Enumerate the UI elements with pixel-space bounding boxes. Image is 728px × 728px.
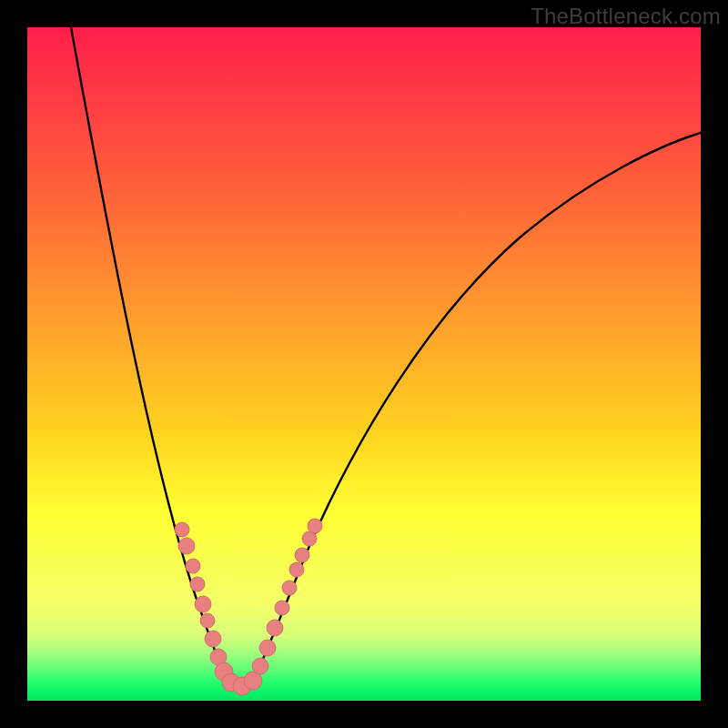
gradient-background <box>27 27 701 701</box>
plot-svg <box>27 27 701 701</box>
marker-4 <box>195 596 211 612</box>
stage: TheBottleneck.com <box>0 0 728 728</box>
marker-20 <box>308 519 322 533</box>
marker-2 <box>186 559 200 573</box>
marker-16 <box>282 581 297 595</box>
marker-0 <box>175 522 189 537</box>
marker-15 <box>275 601 289 615</box>
marker-12 <box>252 658 268 674</box>
marker-1 <box>178 538 195 554</box>
watermark-text: TheBottleneck.com <box>531 4 721 29</box>
marker-3 <box>190 577 205 592</box>
marker-13 <box>259 640 276 656</box>
marker-18 <box>295 548 309 562</box>
marker-14 <box>267 620 283 636</box>
marker-6 <box>205 631 221 647</box>
marker-17 <box>289 562 304 577</box>
plot-area <box>27 27 701 701</box>
marker-5 <box>200 613 215 628</box>
